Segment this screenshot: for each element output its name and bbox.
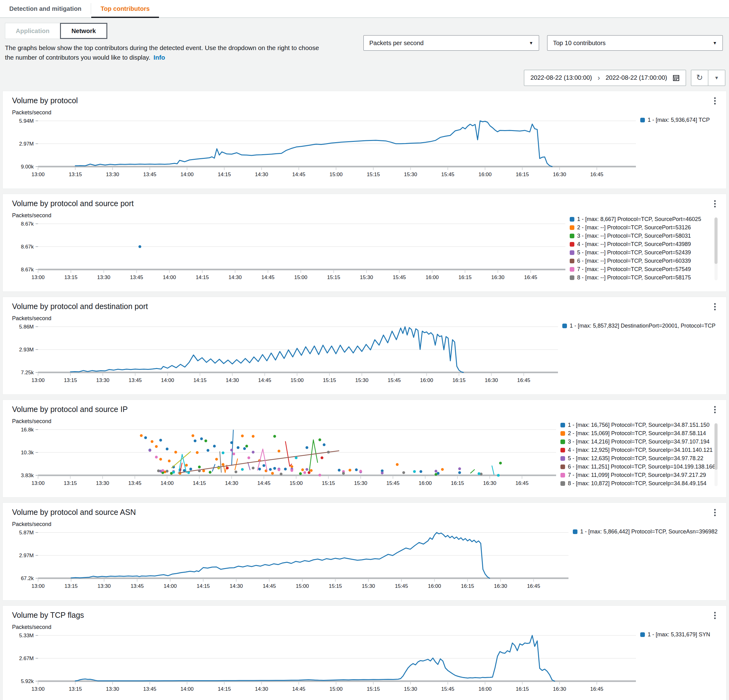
chart-legend: 1 - [max: 16,756] Protocol=TCP, SourceIp…: [561, 421, 717, 488]
legend-item[interactable]: 8 - [max: 10,872] Protocol=TCP, SourceIp…: [561, 479, 712, 488]
chevron-down-icon: ▼: [714, 75, 719, 80]
date-range-control[interactable]: 2022-08-22 (13:00:00) › 2022-08-22 (17:0…: [524, 70, 686, 86]
svg-text:13:00: 13:00: [32, 274, 45, 280]
panel-menu-button[interactable]: [712, 96, 718, 106]
tab-top-contributors[interactable]: Top contributors: [91, 0, 159, 17]
svg-text:14:15: 14:15: [193, 480, 206, 486]
chart-plot[interactable]: 5.86M2.93M7.25k13:0013:1513:3013:4514:00…: [12, 323, 559, 385]
legend-label: 1 - [max: 5,857,832] DestinationPort=200…: [570, 323, 715, 329]
svg-text:15:45: 15:45: [393, 274, 406, 280]
svg-text:67.2k: 67.2k: [21, 575, 34, 581]
svg-text:13:00: 13:00: [32, 686, 45, 692]
chart-plot[interactable]: 5.94M2.97M9.00k13:0013:1513:3013:4514:00…: [12, 117, 636, 179]
network-toggle-button[interactable]: Network: [60, 23, 107, 39]
legend-swatch-icon: [570, 233, 574, 238]
chart-plot[interactable]: 5.33M2.67M5.92k13:0013:1513:3013:4514:00…: [12, 632, 636, 694]
legend-item[interactable]: 6 - [max: --] Protocol=TCP, SourcePort=6…: [570, 257, 712, 265]
legend-label: 2 - [max: 15,069] Protocol=TCP, SourceIp…: [568, 430, 706, 437]
svg-text:14:15: 14:15: [193, 377, 206, 383]
legend-item[interactable]: 1 - [max: 16,756] Protocol=TCP, SourceIp…: [561, 421, 712, 429]
svg-text:8.67k: 8.67k: [21, 244, 34, 250]
legend-scrollbar-thumb[interactable]: [714, 217, 717, 264]
application-toggle-button[interactable]: Application: [5, 23, 60, 39]
svg-text:16.8k: 16.8k: [21, 427, 34, 433]
legend-item[interactable]: 1 - [max: 5,331,679] SYN: [640, 630, 717, 639]
svg-text:14:15: 14:15: [218, 686, 231, 692]
legend-item[interactable]: 5 - [max: 12,635] Protocol=TCP, SourceIp…: [561, 454, 712, 463]
legend-item[interactable]: 7 - [max: --] Protocol=TCP, SourcePort=5…: [570, 265, 712, 274]
legend-item[interactable]: 1 - [max: 5,936,674] TCP: [640, 116, 717, 124]
svg-text:15:00: 15:00: [330, 686, 343, 692]
legend-swatch-icon: [573, 529, 578, 534]
svg-text:14:45: 14:45: [257, 480, 271, 486]
tab-detection-and-mitigation[interactable]: Detection and mitigation: [0, 0, 91, 17]
panel-menu-button[interactable]: [712, 611, 718, 620]
svg-text:14:30: 14:30: [255, 171, 268, 177]
chart-area: 5.87M2.97M67.2k13:0013:1513:3013:4514:00…: [12, 529, 569, 591]
legend-swatch-icon: [570, 259, 574, 263]
contributors-select[interactable]: Top 10 contributors ▼: [547, 35, 723, 51]
metric-select-value: Packets per second: [369, 39, 424, 47]
legend-swatch-icon: [562, 323, 567, 328]
legend-item[interactable]: 8 - [max: --] Protocol=TCP, SourcePort=5…: [570, 274, 712, 282]
legend-item[interactable]: 6 - [max: 11,251] Protocol=TCP, SourceIp…: [561, 463, 712, 471]
date-range-end[interactable]: 2022-08-22 (17:00:00): [606, 74, 667, 81]
legend-scrollbar[interactable]: [714, 423, 717, 486]
legend-item[interactable]: 3 - [max: 14,216] Protocol=TCP, SourceIp…: [561, 438, 712, 446]
svg-text:16:45: 16:45: [517, 377, 530, 383]
y-axis-label: Packets/second: [12, 521, 718, 528]
refresh-button[interactable]: ↻: [691, 70, 708, 86]
panel-title: Volume by protocol and source port: [12, 199, 134, 208]
svg-text:16:45: 16:45: [527, 583, 540, 589]
svg-text:16:45: 16:45: [590, 171, 603, 177]
svg-text:16:30: 16:30: [485, 377, 498, 383]
legend-item[interactable]: 1 - [max: 5,866,442] Protocol=TCP, Sourc…: [573, 528, 717, 536]
svg-text:16:00: 16:00: [420, 377, 433, 383]
svg-text:15:30: 15:30: [404, 171, 417, 177]
legend-swatch-icon: [570, 225, 574, 230]
legend-item[interactable]: 2 - [max: --] Protocol=TCP, SourcePort=5…: [570, 223, 712, 232]
info-link[interactable]: Info: [153, 54, 165, 61]
kebab-dot-icon: [714, 512, 716, 513]
panel-menu-button[interactable]: [712, 199, 718, 209]
chart-area: 5.94M2.97M9.00k13:0013:1513:3013:4514:00…: [12, 117, 636, 179]
contributors-select-value: Top 10 contributors: [553, 39, 606, 47]
refresh-options-button[interactable]: ▼: [708, 70, 725, 86]
legend-item[interactable]: 7 - [max: 11,099] Protocol=TCP, SourceIp…: [561, 471, 712, 479]
svg-text:16:30: 16:30: [553, 171, 566, 177]
svg-text:14:00: 14:00: [180, 171, 194, 177]
metric-select[interactable]: Packets per second ▼: [363, 35, 539, 51]
panel-menu-button[interactable]: [712, 302, 718, 312]
chart-panel-4: Volume by protocol and source IPPackets/…: [3, 400, 726, 497]
legend-swatch-icon: [561, 473, 565, 477]
svg-text:14:15: 14:15: [196, 274, 209, 280]
panel-title: Volume by protocol and source ASN: [12, 508, 136, 517]
chart-plot[interactable]: 16.8k10.3k3.83k13:0013:1513:3013:4514:00…: [12, 426, 557, 488]
svg-text:8.67k: 8.67k: [21, 267, 34, 272]
kebab-dot-icon: [714, 612, 716, 613]
chart-plot[interactable]: 5.87M2.97M67.2k13:0013:1513:3013:4514:00…: [12, 529, 569, 591]
date-range-start[interactable]: 2022-08-22 (13:00:00): [530, 74, 592, 81]
legend-item[interactable]: 5 - [max: --] Protocol=TCP, SourcePort=5…: [570, 248, 712, 257]
legend-scrollbar[interactable]: [714, 217, 717, 280]
svg-text:16:30: 16:30: [491, 274, 504, 280]
svg-text:13:00: 13:00: [32, 583, 45, 589]
legend-item[interactable]: 1 - [max: 8,667] Protocol=TCP, SourcePor…: [570, 215, 712, 223]
panel-menu-button[interactable]: [712, 405, 718, 414]
description-text: The graphs below show the top contributo…: [5, 43, 324, 62]
chart-plot[interactable]: 8.67k8.67k8.67k13:0013:1513:3013:4514:00…: [12, 220, 566, 282]
calendar-icon[interactable]: [673, 74, 680, 81]
svg-text:5.92k: 5.92k: [21, 678, 34, 684]
legend-item[interactable]: 3 - [max: --] Protocol=TCP, SourcePort=5…: [570, 232, 712, 240]
kebab-dot-icon: [714, 97, 716, 99]
legend-label: 1 - [max: 8,667] Protocol=TCP, SourcePor…: [577, 216, 701, 223]
svg-text:13:15: 13:15: [69, 686, 82, 692]
svg-text:13:15: 13:15: [69, 171, 82, 177]
legend-item[interactable]: 4 - [max: 12,925] Protocol=TCP, SourceIp…: [561, 446, 712, 454]
panel-menu-button[interactable]: [712, 508, 718, 517]
legend-item[interactable]: 2 - [max: 15,069] Protocol=TCP, SourceIp…: [561, 429, 712, 438]
legend-scrollbar-thumb[interactable]: [714, 423, 717, 470]
legend-item[interactable]: 1 - [max: 5,857,832] DestinationPort=200…: [562, 322, 717, 330]
legend-item[interactable]: 4 - [max: --] Protocol=TCP, SourcePort=4…: [570, 240, 712, 248]
svg-text:13:45: 13:45: [128, 480, 142, 486]
